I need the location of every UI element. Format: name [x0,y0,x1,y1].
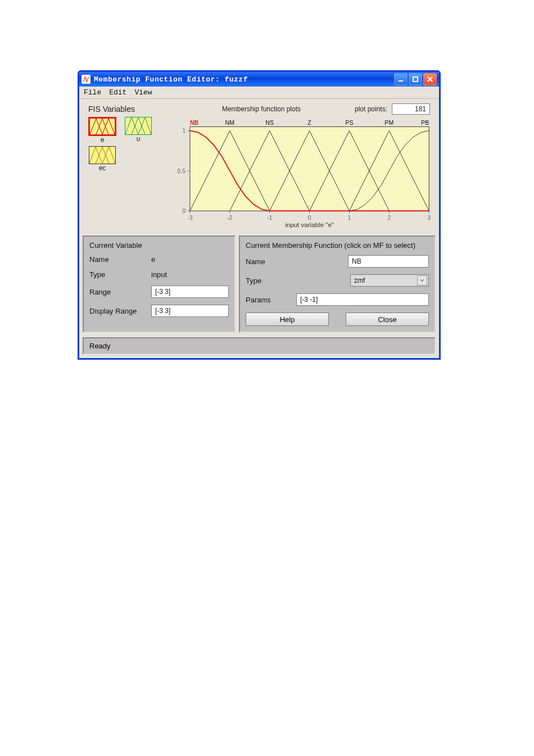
current-variable-title: Current Variable [89,241,229,250]
titlebar[interactable]: Membership Function Editor: fuzzf [79,72,439,87]
current-mf-panel: Current Membership Function (click on MF… [239,236,436,333]
current-mf-title: Current Membership Function (click on MF… [246,241,429,250]
mf-plots-label: Membership function plots [173,105,350,113]
menu-file[interactable]: File [83,88,102,97]
variable-label-ec: ec [99,164,106,172]
fis-variables-title: FIS Variables [88,105,167,114]
close-button-panel[interactable]: Close [346,313,429,326]
svg-text:NB: NB [190,119,199,126]
svg-text:-2: -2 [227,214,233,221]
variable-thumb-u[interactable] [125,117,152,135]
plot-panel: Membership function plots plot points: 1… [173,100,436,232]
variable-label-u: u [137,135,141,143]
cv-name-value: e [151,255,155,264]
svg-text:0.5: 0.5 [177,168,185,174]
cv-range-label: Range [89,288,151,296]
svg-text:Z: Z [307,119,311,126]
svg-text:NM: NM [225,119,235,126]
mf-name-label: Name [246,257,296,266]
variable-label-e: e [101,136,105,144]
window: Membership Function Editor: fuzzf File E… [78,70,441,360]
svg-text:PB: PB [421,119,429,126]
svg-text:-1: -1 [267,214,273,221]
app-icon [82,75,90,84]
mf-type-select[interactable]: zmf [350,274,429,287]
svg-text:PM: PM [384,119,393,126]
menubar: File Edit View [79,87,439,99]
status-text: Ready [89,342,111,350]
mf-chart[interactable]: -3-2-1012300.51NBNMNSZPSPMPBinput variab… [173,117,433,232]
svg-text:1: 1 [182,127,185,134]
svg-rect-1 [413,77,418,82]
cv-name-label: Name [89,255,151,264]
variable-thumb-ec[interactable] [89,146,116,164]
svg-text:-3: -3 [187,214,193,221]
status-bar: Ready [83,337,436,355]
svg-text:0: 0 [182,207,185,214]
mf-params-input[interactable]: [-3 -1] [296,293,429,306]
close-button[interactable] [423,73,437,85]
fis-variables-panel: FIS Variables e [83,100,170,232]
cv-drange-input[interactable]: [-3 3] [151,305,229,317]
svg-text:1: 1 [348,214,351,221]
menu-edit[interactable]: Edit [108,88,128,97]
cv-type-value: input [151,270,167,279]
mf-name-input[interactable]: NB [348,255,429,268]
current-variable-panel: Current Variable Name e Type input Range… [83,236,236,333]
plot-points-input[interactable]: 181 [392,103,430,115]
svg-text:3: 3 [427,214,431,221]
mf-params-label: Params [246,296,296,304]
svg-text:input variable "e": input variable "e" [285,221,334,228]
svg-text:PS: PS [345,119,353,126]
help-button[interactable]: Help [246,313,329,326]
cv-type-label: Type [89,270,151,279]
svg-text:NS: NS [265,119,274,126]
window-title: Membership Function Editor: fuzzf [94,75,391,84]
menu-view[interactable]: View [133,88,153,97]
cv-drange-label: Display Range [89,307,151,315]
maximize-button[interactable] [409,73,422,85]
mf-type-label: Type [246,277,296,285]
chevron-down-icon [417,275,427,286]
svg-text:2: 2 [387,214,391,221]
variable-thumb-e[interactable] [88,117,116,136]
cv-range-input[interactable]: [-3 3] [151,286,229,298]
plot-points-label: plot points: [355,105,387,113]
svg-text:0: 0 [308,214,311,221]
minimize-button[interactable] [394,73,408,85]
